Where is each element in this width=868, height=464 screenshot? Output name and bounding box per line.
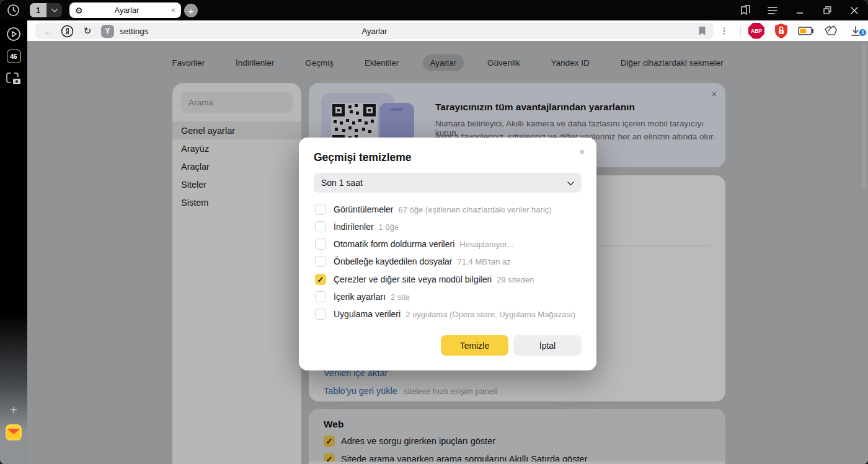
close-tab-icon[interactable]: × xyxy=(170,6,175,15)
row-detail: 2 uygulama (Opera store, Uygulama Mağaza… xyxy=(405,310,575,319)
checkbox-cerezler[interactable] xyxy=(315,274,326,285)
time-range-select[interactable]: Son 1 saat xyxy=(314,173,582,193)
checkbox-icerik-ayarlari[interactable] xyxy=(315,291,326,302)
row-detail: 1 öğe xyxy=(379,222,399,232)
battery-saver-icon[interactable] xyxy=(794,27,818,35)
address-bar-row: ← ↻ Y settings Ayarlar ⋮ ABP 1 xyxy=(27,20,868,41)
new-tab-button[interactable]: + xyxy=(184,4,198,17)
site-favicon: Y xyxy=(101,25,114,38)
dialog-close-icon[interactable]: × xyxy=(579,146,585,159)
tab-counter-badge[interactable]: 46 xyxy=(0,50,27,63)
tab-bar: 1 ⚙ Ayarlar × + xyxy=(0,0,868,20)
row-detail: 2 site xyxy=(391,292,410,302)
dialog-title: Geçmişi temizleme xyxy=(314,151,412,164)
bookmark-icon[interactable] xyxy=(698,26,706,36)
row-label: İçerik ayarları xyxy=(334,292,386,302)
downloads-icon[interactable]: 1 xyxy=(843,25,868,37)
url-text[interactable]: settings xyxy=(120,27,149,36)
side-rail: 46 + ••• xyxy=(0,20,27,464)
row-detail: 67 öğe (eşitlenen cihazlardaki veriler h… xyxy=(399,205,552,214)
select-chevron-icon xyxy=(567,178,574,188)
row-detail: 71,4 MB'tan az xyxy=(457,257,510,266)
checkbox-uygulama-verileri[interactable] xyxy=(315,309,326,320)
tab-count[interactable]: 1 xyxy=(30,3,46,17)
screenshot-icon[interactable] xyxy=(0,71,27,86)
checkbox-indirilenler[interactable] xyxy=(315,221,326,232)
reload-icon[interactable]: ↻ xyxy=(81,25,94,37)
cancel-button[interactable]: İptal xyxy=(513,335,582,356)
checkbox-goruntulemeler[interactable] xyxy=(315,204,326,215)
row-label: Önbelleğe kaydedilen dosyalar xyxy=(334,256,452,266)
video-play-icon[interactable] xyxy=(0,27,27,42)
toolbar-divider xyxy=(740,26,741,36)
yandex-mail-icon[interactable] xyxy=(0,424,27,440)
checkbox-form-verileri[interactable] xyxy=(315,239,326,250)
extension-glove-icon[interactable] xyxy=(818,24,843,38)
chevron-down-icon[interactable] xyxy=(46,3,62,17)
close-window-button[interactable] xyxy=(841,0,868,20)
settings-page: Favoriler İndirilenler Geçmiş Eklentiler… xyxy=(27,41,868,464)
omnibox-more-icon[interactable]: ⋮ xyxy=(712,26,737,35)
settings-gear-icon: ⚙ xyxy=(75,6,83,15)
active-tab[interactable]: ⚙ Ayarlar × xyxy=(69,2,181,18)
history-clock-icon[interactable] xyxy=(7,4,20,17)
tab-title: Ayarlar xyxy=(83,6,171,15)
row-label: İndirilenler xyxy=(334,222,374,232)
browser-window: 1 ⚙ Ayarlar × + ← ↻ Y settings Ayarlar xyxy=(0,0,868,464)
clear-button[interactable]: Temizle xyxy=(441,335,508,356)
download-count-badge: 1 xyxy=(859,28,867,37)
minimize-button[interactable] xyxy=(786,0,813,20)
row-detail: 29 siteden xyxy=(497,275,534,284)
protect-shield-icon[interactable] xyxy=(769,23,794,39)
menu-hamburger-icon[interactable] xyxy=(759,0,786,20)
tab-counter-chip[interactable]: 1 xyxy=(30,3,62,17)
row-label: Otomatik form doldurma verileri xyxy=(334,239,454,249)
yandex-services-icon[interactable] xyxy=(61,25,74,38)
restore-button[interactable] xyxy=(813,0,841,20)
omnibox[interactable]: ← ↻ Y settings Ayarlar xyxy=(35,23,714,39)
checkbox-onbellek[interactable] xyxy=(315,256,326,267)
row-label: Uygulama verileri xyxy=(334,309,401,319)
adblock-extension-icon[interactable]: ABP xyxy=(744,23,769,39)
time-range-value: Son 1 saat xyxy=(321,178,363,188)
row-label: Çerezler ve diğer site veya modül bilgil… xyxy=(334,274,492,284)
row-label: Görüntülemeler xyxy=(334,204,394,214)
row-detail: Hesaplanıyor... xyxy=(459,240,513,249)
back-icon[interactable]: ← xyxy=(42,26,55,37)
clear-history-dialog: Geçmişi temizleme × Son 1 saat Görüntüle… xyxy=(299,138,596,370)
bookmarks-panel-icon[interactable] xyxy=(732,0,759,20)
add-panel-icon[interactable]: + xyxy=(0,403,27,418)
